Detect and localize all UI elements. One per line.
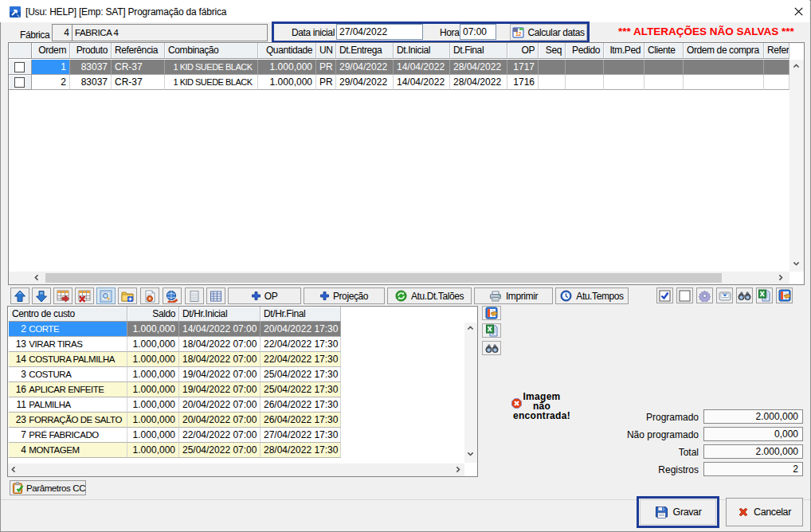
svg-text:12: 12 bbox=[515, 30, 521, 36]
